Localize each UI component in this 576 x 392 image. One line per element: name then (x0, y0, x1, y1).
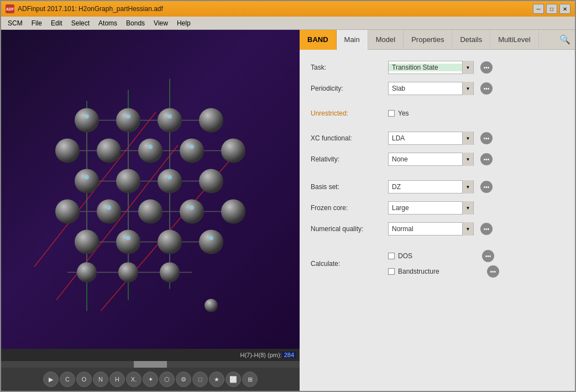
relativity-more-button[interactable]: ••• (480, 153, 493, 165)
close-button[interactable]: ✕ (559, 4, 570, 14)
relativity-control: None ▼ ••• (388, 153, 564, 166)
svg-point-47 (138, 139, 163, 163)
scrollbar-thumb[interactable] (134, 361, 167, 368)
task-more-button[interactable]: ••• (480, 61, 493, 74)
unrestricted-row: Unrestricted: Yes (311, 109, 564, 117)
periodicity-dropdown-arrow[interactable]: ▼ (462, 82, 473, 95)
dos-label: DOS (398, 252, 412, 260)
frame-button[interactable]: □ (192, 372, 208, 387)
play-button[interactable]: ▶ (43, 372, 59, 387)
tab-main[interactable]: Main (337, 30, 368, 50)
unrestricted-checkbox[interactable] (388, 110, 395, 117)
settings-button[interactable]: ⚙ (176, 372, 191, 387)
grid-button[interactable]: ⊞ (242, 372, 258, 387)
basis-set-select[interactable]: DZ ▼ (388, 180, 474, 194)
xc-functional-control: LDA ▼ ••• (388, 132, 564, 145)
basis-set-dropdown-arrow[interactable]: ▼ (462, 180, 473, 194)
periodicity-more-button[interactable]: ••• (480, 82, 493, 95)
relativity-dropdown-arrow[interactable]: ▼ (462, 153, 473, 166)
numerical-quality-dropdown-arrow[interactable]: ▼ (462, 222, 473, 236)
frozen-core-dropdown-arrow[interactable]: ▼ (462, 201, 473, 215)
svg-point-43 (158, 108, 182, 133)
viewport-scrollbar[interactable] (1, 361, 300, 368)
menu-atoms[interactable]: Atoms (94, 18, 122, 28)
svg-point-60 (116, 230, 140, 254)
title-controls: ─ □ ✕ (533, 4, 570, 14)
dos-more-button[interactable]: ••• (482, 250, 494, 262)
menu-scm[interactable]: SCM (3, 18, 27, 28)
svg-point-71 (190, 145, 194, 149)
numerical-quality-more-button[interactable]: ••• (480, 223, 493, 235)
basis-set-control: DZ ▼ ••• (388, 180, 564, 194)
frozen-core-row: Frozen core: Large ▼ (311, 201, 564, 215)
star-button[interactable]: ★ (209, 372, 224, 387)
dos-checkbox[interactable] (388, 253, 395, 259)
svg-point-64 (118, 263, 138, 283)
svg-point-55 (97, 200, 121, 224)
maximize-button[interactable]: □ (546, 4, 557, 14)
task-dropdown-arrow[interactable]: ▼ (462, 61, 473, 74)
square-button[interactable]: ⬜ (226, 372, 241, 387)
task-control: Transition State ▼ ••• (388, 61, 564, 74)
o-element-button[interactable]: O (76, 372, 92, 387)
crystal-button[interactable]: ✦ (143, 372, 158, 387)
frozen-core-label: Frozen core: (311, 204, 388, 212)
frozen-core-select[interactable]: Large ▼ (388, 201, 474, 215)
status-value: 284 (282, 352, 296, 358)
minimize-button[interactable]: ─ (533, 4, 544, 14)
numerical-quality-select[interactable]: Normal ▼ (388, 222, 474, 236)
xc-functional-label: XC functional: (311, 134, 388, 142)
tab-bar: BAND Main Model Properties Details Multi… (300, 30, 575, 50)
svg-point-72 (85, 175, 89, 180)
task-label: Task: (311, 64, 388, 71)
relativity-label: Relativity: (311, 155, 388, 163)
periodicity-control: Slab ▼ ••• (388, 82, 564, 95)
molecule-canvas[interactable] (1, 30, 300, 349)
menu-select[interactable]: Select (67, 18, 94, 28)
svg-point-73 (167, 175, 172, 180)
menu-file[interactable]: File (27, 18, 46, 28)
menu-bonds[interactable]: Bonds (122, 18, 149, 28)
n-element-button[interactable]: N (93, 372, 108, 387)
svg-point-65 (160, 263, 180, 283)
relativity-value: None (389, 155, 462, 163)
tab-multilevel[interactable]: MultiLevel (490, 30, 539, 50)
hex-button[interactable]: ⬡ (159, 372, 175, 387)
search-icon[interactable]: 🔍 (559, 34, 575, 45)
xc-functional-select[interactable]: LDA ▼ (388, 132, 474, 145)
xc-functional-row: XC functional: LDA ▼ ••• (311, 132, 564, 145)
svg-point-67 (85, 114, 89, 119)
h-element-button[interactable]: H (109, 372, 125, 387)
periodicity-row: Periodicity: Slab ▼ ••• (311, 82, 564, 95)
periodicity-value: Slab (389, 85, 462, 92)
periodicity-select[interactable]: Slab ▼ (388, 82, 474, 95)
svg-point-46 (97, 139, 121, 163)
basis-set-value: DZ (389, 183, 462, 191)
task-select[interactable]: Transition State ▼ (388, 61, 474, 74)
x-element-button[interactable]: X. (126, 372, 142, 387)
molecule-visualization (1, 30, 300, 349)
menu-edit[interactable]: Edit (46, 18, 67, 28)
svg-point-74 (107, 206, 111, 210)
c-element-button[interactable]: C (60, 372, 75, 387)
bandstructure-more-button[interactable]: ••• (487, 265, 499, 278)
xc-functional-dropdown-arrow[interactable]: ▼ (462, 132, 473, 145)
menu-view[interactable]: View (149, 18, 172, 28)
svg-point-54 (55, 200, 80, 224)
svg-point-52 (158, 169, 182, 194)
xc-functional-more-button[interactable]: ••• (480, 132, 493, 144)
relativity-select[interactable]: None ▼ (388, 153, 474, 166)
tab-details[interactable]: Details (452, 30, 490, 50)
bandstructure-checkbox[interactable] (388, 268, 395, 275)
relativity-row: Relativity: None ▼ ••• (311, 153, 564, 166)
svg-point-49 (221, 139, 245, 163)
tab-model[interactable]: Model (368, 30, 404, 50)
menu-help[interactable]: Help (172, 18, 195, 28)
tab-band[interactable]: BAND (300, 30, 337, 50)
svg-point-57 (180, 200, 204, 224)
tab-properties[interactable]: Properties (404, 30, 452, 50)
svg-point-66 (205, 299, 218, 312)
basis-set-more-button[interactable]: ••• (480, 181, 493, 193)
unrestricted-control: Yes (388, 109, 564, 117)
viewport-status: H(7)-H(8) (pm): 284 (1, 349, 300, 361)
